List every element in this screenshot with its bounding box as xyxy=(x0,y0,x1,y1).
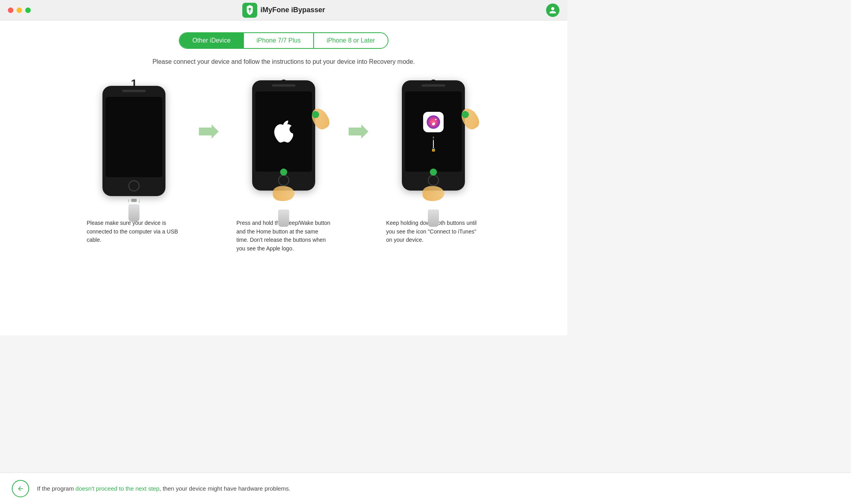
step-2: 2 xyxy=(225,77,343,253)
apple-logo-icon xyxy=(274,120,293,143)
usb-connector-3 xyxy=(428,209,439,227)
home-button-2 xyxy=(278,175,289,186)
minimize-button[interactable] xyxy=(17,7,22,13)
connect-arrow-icon: ↑ 🔒 xyxy=(431,135,436,152)
user-avatar[interactable] xyxy=(546,4,559,17)
step-1: 1 ↑ ↓ xyxy=(75,77,193,245)
tab-iphone7[interactable]: iPhone 7/7 Plus xyxy=(244,33,313,48)
arrow-right-icon-2 xyxy=(349,124,368,139)
usb-arrow-down-icon: ↓ xyxy=(138,198,141,204)
tab-bar: Other iDevice iPhone 7/7 Plus iPhone 8 o… xyxy=(16,32,552,49)
app-title: iMyFone iBypasser xyxy=(260,6,325,14)
maximize-button[interactable] xyxy=(25,7,31,13)
svg-marker-3 xyxy=(349,124,368,139)
instruction-subtitle: Please connect your device and follow th… xyxy=(16,58,552,65)
svg-point-1 xyxy=(249,7,251,10)
window-controls xyxy=(8,7,31,13)
itunes-logo-icon xyxy=(426,115,440,129)
step-2-image xyxy=(244,94,323,213)
home-button-3 xyxy=(428,175,439,186)
sleep-wake-btn-indicator xyxy=(312,111,319,118)
arrow-right-icon-1 xyxy=(199,124,219,139)
phone-screen-1 xyxy=(106,97,162,177)
close-button[interactable] xyxy=(8,7,13,13)
svg-point-5 xyxy=(427,115,440,129)
home-btn-indicator xyxy=(280,169,287,176)
phone-frame-1 xyxy=(102,86,165,196)
step-3: 3 xyxy=(374,77,492,245)
arrow-2-3 xyxy=(343,77,374,139)
home-button-1 xyxy=(128,180,139,191)
phone-frame-2 xyxy=(252,80,315,191)
sleep-wake-btn-indicator-3 xyxy=(462,111,469,118)
svg-marker-2 xyxy=(199,124,219,139)
itunes-icon xyxy=(423,112,444,132)
main-content: Other iDevice iPhone 7/7 Plus iPhone 8 o… xyxy=(0,20,567,335)
home-btn-indicator-3 xyxy=(430,169,437,176)
phone-screen-2 xyxy=(255,91,312,172)
step-1-desc: Please make sure your device is connecte… xyxy=(83,219,185,245)
step-1-image: ↑ ↓ xyxy=(95,94,173,213)
phone-screen-3: ↑ 🔒 xyxy=(405,91,462,172)
step-3-image: ↑ 🔒 xyxy=(394,94,473,213)
phone-frame-3: ↑ 🔒 xyxy=(402,80,465,191)
finger-bottom-3 xyxy=(423,186,444,201)
usb-arrow-icon: ↑ xyxy=(128,198,130,204)
finger-bottom-2 xyxy=(273,186,295,201)
app-title-area: iMyFone iBypasser xyxy=(242,3,325,18)
usb-plug-icon xyxy=(131,199,137,202)
tab-group: Other iDevice iPhone 7/7 Plus iPhone 8 o… xyxy=(179,32,388,49)
tab-iphone8-later[interactable]: iPhone 8 or Later xyxy=(314,33,388,48)
steps-container: 1 ↑ ↓ xyxy=(16,77,552,253)
usb-connector xyxy=(128,204,139,222)
titlebar: iMyFone iBypasser xyxy=(0,0,567,20)
usb-connector-2 xyxy=(278,209,289,227)
app-logo-icon xyxy=(242,3,257,18)
arrow-1-2 xyxy=(193,77,225,139)
tab-other-idevice[interactable]: Other iDevice xyxy=(180,33,243,48)
